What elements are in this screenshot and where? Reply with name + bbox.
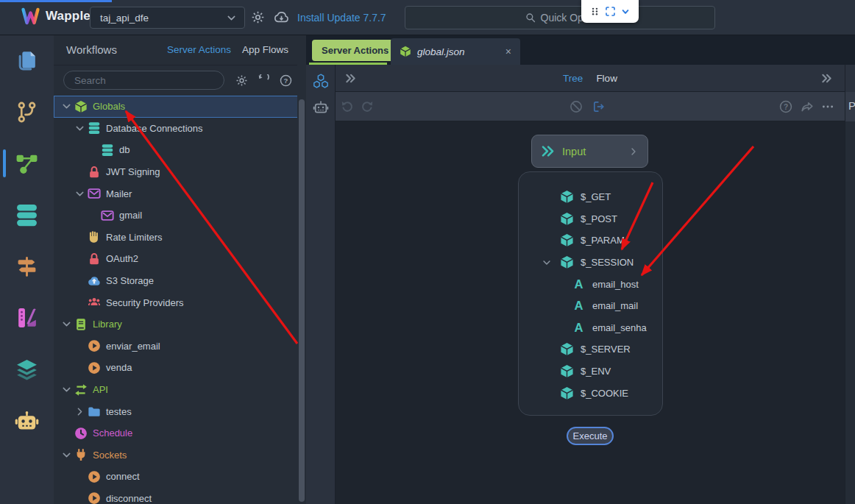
chevron-down-icon[interactable] [74,188,85,199]
expand-right-panel-icon[interactable] [821,73,832,84]
globals-item-session[interactable]: $_SESSION [519,252,662,274]
globals-item-email-mail[interactable]: Aemail_mail [519,295,662,317]
cube-icon [400,46,411,57]
sidebar-item-databases[interactable] [0,189,54,241]
globals-item-param[interactable]: $_PARAM [519,230,662,252]
expand-left-panel-icon[interactable] [345,73,356,84]
globals-item-label: email_mail [592,300,638,311]
tree-item-label: Mailer [106,188,132,199]
file-tab-global-json[interactable]: global.json × [391,38,520,65]
help-icon[interactable]: ? [280,74,292,87]
tree-item-rate-limiters[interactable]: Rate Limiters [54,227,306,249]
quick-open-search[interactable]: Quick Open [405,6,715,29]
tree-item-enviar-email[interactable]: enviar_email [54,336,306,358]
globals-item-env[interactable]: $_ENV [519,361,662,383]
project-selector[interactable]: taj_api_dfe [90,7,245,29]
workflows-panel: Workflows Server Actions App Flows ? Glo… [54,35,306,504]
routes-icon [15,255,39,279]
chevron-down-icon[interactable] [539,258,554,268]
chevron-down-icon[interactable] [61,450,72,461]
drag-handle-icon[interactable] [590,7,600,16]
expander-spacer [539,388,554,398]
refresh-icon[interactable] [258,74,270,87]
tree-item-testes[interactable]: testes [54,400,306,422]
tree-item-schedule[interactable]: Schedule [54,422,306,444]
ai-assistant-icon[interactable] [313,99,329,116]
tree-item-db[interactable]: db [54,139,306,161]
globals-item-cookie[interactable]: $_COOKIE [519,382,662,404]
properties-label: P [848,99,855,112]
more-options-icon[interactable] [821,100,834,113]
globals-item-email-host[interactable]: Aemail_host [519,273,662,295]
sidebar-item-git[interactable] [0,86,54,138]
tree-item-s3-storage[interactable]: S3 Storage [54,270,306,292]
server-actions-mode-tab[interactable]: Server Actions [312,40,398,61]
install-update-link[interactable]: Install Update 7.7.7 [297,12,386,24]
redo-icon[interactable] [361,100,374,113]
tree-item-connect[interactable]: connect [54,466,306,488]
chevron-down-icon[interactable] [74,123,85,134]
input-node[interactable]: Input [531,135,648,168]
globals-item-post[interactable]: $_POST [519,208,662,230]
chevron-down-icon[interactable] [61,101,72,112]
globals-item-email-senha[interactable]: Aemail_senha [519,317,662,339]
scrollbar-thumb[interactable] [299,99,305,502]
globals-item-get[interactable]: $_GET [519,186,662,208]
main-icon-sidebar [0,35,54,504]
sidebar-item-routes[interactable] [0,241,54,292]
execute-button[interactable]: Execute [567,427,614,445]
tab-server-actions[interactable]: Server Actions [167,44,231,55]
capture-region-icon[interactable] [606,7,615,16]
caret-down-icon[interactable] [621,7,630,16]
tree-item-mailer[interactable]: Mailer [54,182,306,205]
tree-item-api[interactable]: API [54,379,306,401]
search-icon [525,13,536,23]
sidebar-item-workflows[interactable] [0,138,54,189]
undo-icon[interactable] [341,100,354,113]
view-tab-flow[interactable]: Flow [596,73,617,84]
sidebar-item-ai-assistant[interactable] [0,395,54,447]
gear-icon[interactable] [235,74,248,87]
sidebar-item-styles[interactable] [0,292,54,344]
sidebar-item-files[interactable] [0,35,54,86]
close-tab-icon[interactable]: × [505,46,511,57]
tree-item-label: Rate Limiters [106,232,163,243]
search-input[interactable] [63,71,224,90]
chevron-right-icon[interactable] [74,406,85,417]
tab-app-flows[interactable]: App Flows [242,44,288,55]
tree-item-jwt-signing[interactable]: JWT Signing [54,161,306,183]
update-progress-bar [0,0,112,2]
globals-item-label: $_SESSION [581,257,634,268]
chevron-down-icon[interactable] [61,319,72,330]
cloud-download-icon[interactable] [274,10,289,24]
ai-assistant-icon [15,409,39,433]
workflows-search-row: ? [54,65,306,96]
share-icon[interactable] [801,100,814,113]
help-icon[interactable]: ? [779,100,792,113]
settings-gear-icon[interactable] [251,10,265,24]
view-tab-tree[interactable]: Tree [563,73,583,84]
tree-item-library[interactable]: Library [54,313,306,336]
disable-step-icon[interactable] [570,100,583,113]
server-connect-icon[interactable] [313,74,329,90]
tree-item-globals[interactable]: Globals [54,96,306,118]
topbar: Wappler taj_api_dfe Install Update 7.7.7… [0,0,855,35]
tree-item-sockets[interactable]: Sockets [54,444,306,466]
git-icon [15,100,39,124]
tree-item-venda[interactable]: venda [54,357,306,379]
globals-item-server[interactable]: $_SERVER [519,338,662,361]
tree-item-gmail[interactable]: gmail [54,205,306,227]
tree-item-database-connections[interactable]: Database Connections [54,118,306,140]
tree-item-oauth2[interactable]: OAuth2 [54,248,306,270]
chevron-down-icon[interactable] [61,384,72,395]
properties-panel-edge[interactable]: P [845,65,855,504]
globals-container-node[interactable]: $_GET$_POST$_PARAM$_SESSIONAemail_hostAe… [518,171,663,416]
tree-item-disconnect[interactable]: disconnect [54,488,306,504]
tree-item-security-providers[interactable]: Security Providers [54,291,306,313]
play-icon [88,339,101,352]
sidebar-item-layers[interactable] [0,344,54,395]
run-to-step-icon[interactable] [592,100,606,113]
expander-spacer [539,366,554,377]
mode-tab-label: Server Actions [322,45,389,56]
svg-text:?: ? [784,103,788,111]
